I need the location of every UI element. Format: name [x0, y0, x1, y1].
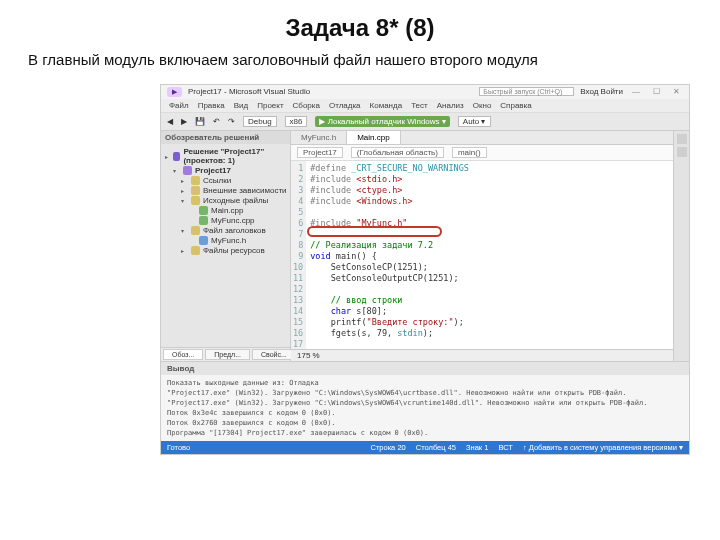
output-line: Программа "[17304] Project17.exe" заверш… — [167, 428, 683, 438]
code-editor: MyFunc.h Main.cpp Project17 (Глобальная … — [291, 131, 673, 361]
redo-icon[interactable]: ↷ — [228, 117, 235, 126]
tree-row[interactable]: Main.cpp — [165, 206, 288, 216]
status-line: Строка 20 — [370, 443, 405, 452]
window-title: Project17 - Microsoft Visual Studio — [188, 87, 310, 96]
output-line: "Project17.exe" (Win32). Загружено "C:\W… — [167, 388, 683, 398]
tab-main-cpp[interactable]: Main.cpp — [347, 131, 400, 144]
arch-select[interactable]: x86 — [285, 116, 308, 127]
solution-explorer-header: Обозреватель решений — [161, 131, 290, 144]
menu-test[interactable]: Тест — [411, 101, 428, 110]
server-explorer-icon[interactable] — [677, 147, 687, 157]
status-ins: ВСТ — [498, 443, 513, 452]
tree-row[interactable]: ▾Project17 — [165, 166, 288, 176]
signin-label[interactable]: Вход Войти — [580, 87, 623, 96]
nav-back-icon[interactable]: ◀ — [167, 117, 173, 126]
window-titlebar: ▶ Project17 - Microsoft Visual Studio Бы… — [161, 85, 689, 99]
menu-build[interactable]: Сборка — [293, 101, 320, 110]
nav-func[interactable]: main() — [452, 147, 487, 158]
editor-nav-bar: Project17 (Глобальная область) main() — [291, 145, 673, 161]
status-col: Столбец 45 — [416, 443, 456, 452]
output-line: "Project17.exe" (Win32). Загружено "C:\W… — [167, 398, 683, 408]
menu-edit[interactable]: Правка — [198, 101, 225, 110]
zoom-indicator[interactable]: 175 % — [291, 349, 673, 361]
tree-row[interactable]: ▸Внешние зависимости — [165, 186, 288, 196]
output-header: Вывод — [161, 362, 689, 375]
window-max-button[interactable]: ☐ — [649, 87, 663, 96]
window-close-button[interactable]: ✕ — [669, 87, 683, 96]
editor-tabs: MyFunc.h Main.cpp — [291, 131, 673, 145]
tab-myfunc-h[interactable]: MyFunc.h — [291, 131, 347, 144]
tab-explorer[interactable]: Обоз... — [163, 349, 203, 360]
tree-row[interactable]: ▸Файлы ресурсов — [165, 246, 288, 256]
save-icon[interactable]: 💾 — [195, 117, 205, 126]
tree-row[interactable]: ▸Ссылки — [165, 176, 288, 186]
status-ready: Готово — [167, 443, 190, 452]
menu-window[interactable]: Окно — [473, 101, 492, 110]
status-scc[interactable]: ↑ Добавить в систему управления версиями… — [523, 443, 683, 452]
tree-row[interactable]: ▾Исходные файлы — [165, 196, 288, 206]
solution-explorer-panel: Обозреватель решений ▸Решение "Project17… — [161, 131, 291, 361]
menu-analyze[interactable]: Анализ — [437, 101, 464, 110]
nav-scope[interactable]: (Глобальная область) — [351, 147, 444, 158]
menu-debug[interactable]: Отладка — [329, 101, 361, 110]
source-code-area[interactable]: #define _CRT_SECURE_NO_WARNINGS #include… — [306, 161, 549, 349]
toolbox-icon[interactable] — [677, 134, 687, 144]
menu-bar: Файл Правка Вид Проект Сборка Отладка Ко… — [161, 99, 689, 112]
nav-project[interactable]: Project17 — [297, 147, 343, 158]
vs-logo-pill: ▶ — [167, 87, 182, 97]
config-select[interactable]: Debug — [243, 116, 277, 127]
tree-row[interactable]: ▾Файл заголовков — [165, 226, 288, 236]
tree-row[interactable]: ▸Решение "Project17" (проектов: 1) — [165, 147, 288, 166]
tree-row[interactable]: MyFunc.h — [165, 236, 288, 246]
output-panel: Вывод Показать выходные данные из: Отлад… — [161, 361, 689, 441]
slide-subtitle: В главный модуль включаем заголовочный ф… — [28, 50, 692, 70]
undo-icon[interactable]: ↶ — [213, 117, 220, 126]
tree-row[interactable]: MyFunc.cpp — [165, 216, 288, 226]
menu-view[interactable]: Вид — [234, 101, 248, 110]
window-min-button[interactable]: — — [629, 87, 643, 96]
auto-select[interactable]: Auto ▾ — [458, 116, 491, 127]
line-number-gutter: 1234567891011121314151617181920 — [291, 161, 306, 349]
status-char: Знак 1 — [466, 443, 488, 452]
right-toolbox-strip[interactable] — [673, 131, 689, 361]
menu-project[interactable]: Проект — [257, 101, 283, 110]
menu-help[interactable]: Справка — [500, 101, 531, 110]
output-line: Поток 0x3e4c завершился с кодом 0 (0x0). — [167, 408, 683, 418]
output-source-select[interactable]: Показать выходные данные из: Отладка — [167, 378, 683, 388]
launch-debugger-button[interactable]: ▶ Локальный отладчик Windows ▾ — [315, 116, 449, 127]
tab-props[interactable]: Свойс... — [252, 349, 296, 360]
explorer-bottom-tabs: Обоз... Предл... Свойс... Класс... — [161, 347, 290, 361]
status-bar: Готово Строка 20 Столбец 45 Знак 1 ВСТ ↑… — [161, 441, 689, 454]
nav-fwd-icon[interactable]: ▶ — [181, 117, 187, 126]
main-toolbar: ◀ ▶ 💾 ↶ ↷ Debug x86 ▶ Локальный отладчик… — [161, 112, 689, 131]
ide-screenshot: ▶ Project17 - Microsoft Visual Studio Бы… — [160, 84, 690, 455]
output-line: Поток 0x2760 завершился с кодом 0 (0x0). — [167, 418, 683, 428]
solution-tree[interactable]: ▸Решение "Project17" (проектов: 1)▾Proje… — [161, 144, 290, 347]
menu-file[interactable]: Файл — [169, 101, 189, 110]
quick-launch-input[interactable]: Быстрый запуск (Ctrl+Q) — [479, 87, 574, 96]
tab-suggest[interactable]: Предл... — [205, 349, 250, 360]
menu-team[interactable]: Команда — [370, 101, 403, 110]
slide-title: Задача 8* (8) — [28, 14, 692, 42]
